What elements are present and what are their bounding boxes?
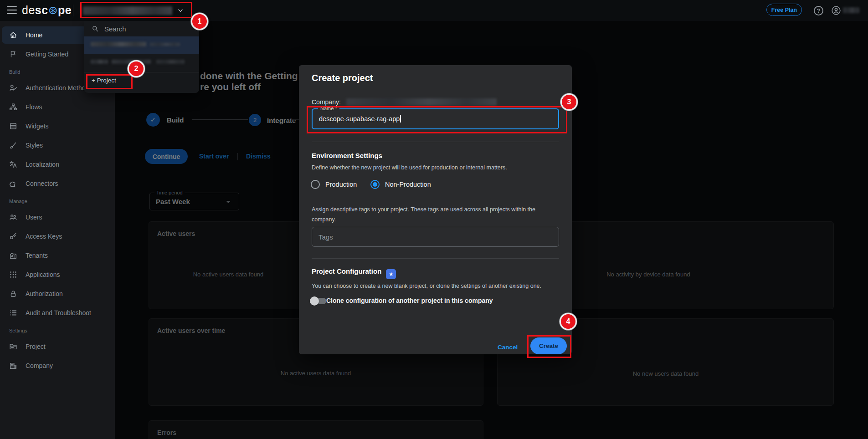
premium-star-icon: ★ [386,269,396,279]
redacted-project-option [91,42,146,46]
annotation-box-2-new-project [86,74,133,89]
styles-icon [9,141,17,149]
sidebar-item-audit-and-troubleshoot[interactable]: Audit and Troubleshoot [2,304,113,322]
sidebar-item-access-keys[interactable]: Access Keys [2,228,113,245]
users-icon [9,213,17,221]
company-label: Company: [312,98,341,106]
modal-title: Create project [312,73,373,83]
project-configuration-title: Project Configuration★ [312,267,396,279]
sidebar-item-tenants[interactable]: Tenants [2,247,113,264]
annotation-circle-3: 3 [560,93,578,111]
lock-icon [9,290,17,298]
environment-settings-description: Define whether the new project will be u… [312,163,562,173]
production-radio-label: Production [325,181,357,188]
sidebar-item-styles[interactable]: Styles [2,137,113,154]
project-search[interactable]: Search [84,21,199,36]
annotation-circle-4: 4 [560,313,577,330]
sidebar-item-users[interactable]: Users [2,209,113,226]
flows-icon [9,103,17,111]
folder-icon [9,342,17,351]
descope-console: done with the Getting Sta re you left of… [0,0,868,439]
project-option-1[interactable] [84,36,199,54]
widgets-icon [9,122,17,130]
key-icon [9,232,17,240]
clone-configuration-label: Clone configuration of another project i… [326,297,493,304]
sidebar-item-label: Home [26,31,42,39]
sidebar-item-project[interactable]: Project [2,338,113,355]
cancel-button[interactable]: Cancel [498,344,518,351]
authentication-methods-icon [9,84,17,92]
sidebar-item-authorization[interactable]: Authorization [2,285,113,302]
help-icon[interactable]: ? [814,6,823,15]
sidebar-item-label: Authorization [26,290,63,297]
sidebar-item-label: Access Keys [26,233,62,240]
clone-configuration-toggle[interactable] [310,296,327,306]
company-row: Company: [312,98,497,106]
sidebar-item-localization[interactable]: Localization [2,156,113,173]
free-plan-badge[interactable]: Free Plan [766,4,802,16]
sidebar-item-label: Users [26,214,42,221]
sidebar-item-company[interactable]: Company [2,357,113,374]
non-production-radio-label: Non-Production [385,181,431,188]
sidebar-item-flows[interactable]: Flows [2,98,113,116]
company-building-icon [9,362,17,370]
audit-list-icon [9,309,17,317]
applications-icon [9,271,17,279]
redacted-project-option [91,60,108,64]
annotation-box-4-create-button [527,335,571,358]
sidebar-item-label: Getting Started [26,51,68,58]
tags-description: Assign descriptive tags to your project.… [312,204,559,225]
sidebar-item-connectors[interactable]: Connectors [2,175,113,192]
redacted-user-name [843,7,859,13]
menu-icon[interactable] [7,6,17,14]
descope-logo[interactable]: desc⊛pe [22,4,72,17]
redacted-project-option [156,60,185,64]
localization-icon [9,160,17,168]
sidebar-item-applications[interactable]: Applications [2,266,113,283]
sidebar-item-widgets[interactable]: Widgets [2,117,113,135]
sidebar-item-label: Widgets [26,123,49,130]
sidebar-section-settings: Settings [9,328,115,335]
sidebar-item-label: Styles [26,142,43,149]
connectors-icon [9,179,17,188]
sidebar-section-manage: Manage [9,199,115,206]
sidebar-item-label: Company [26,362,53,369]
non-production-radio[interactable] [370,180,380,189]
redacted-company-name [346,98,497,106]
project-configuration-description: You can choose to create a new blank pro… [312,281,562,291]
annotation-box-3-name-input [307,106,567,133]
sidebar-item-label: Flows [26,103,42,111]
sidebar-item-label: Tenants [26,252,48,259]
sidebar-item-label: Audit and Troubleshoot [26,309,91,316]
redacted-project-option [150,43,180,46]
flag-icon [9,50,17,58]
sidebar-item-label: Authentication Methods [26,84,92,92]
annotation-circle-2: 2 [128,60,145,77]
sidebar-item-label: Connectors [26,180,58,187]
toggle-knob [310,296,319,306]
home-icon [9,31,17,39]
modal-divider [312,142,559,142]
sidebar-item-label: Applications [26,271,60,278]
search-icon [92,25,99,32]
tags-input[interactable] [312,227,559,247]
annotation-box-1-project-selector [80,2,192,18]
tenants-icon [9,251,17,260]
modal-divider [312,258,559,259]
topbar-divider [73,5,73,16]
sidebar-item-label: Project [26,343,46,350]
environment-settings-title: Environment Settings [312,152,382,159]
production-radio[interactable] [311,180,320,189]
user-account-icon[interactable] [831,5,841,15]
search-placeholder: Search [104,25,126,33]
annotation-circle-1: 1 [191,13,208,30]
sidebar-item-label: Localization [26,161,59,168]
